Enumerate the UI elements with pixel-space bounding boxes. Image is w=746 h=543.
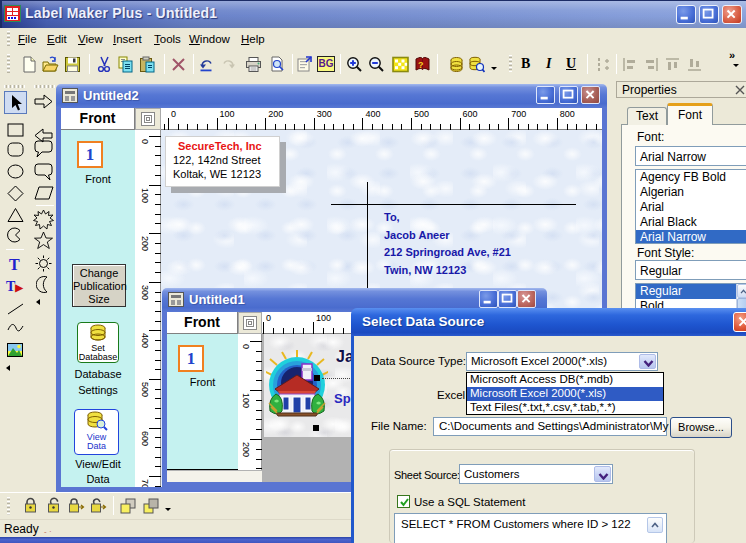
svg-text:?: ? — [418, 60, 424, 70]
